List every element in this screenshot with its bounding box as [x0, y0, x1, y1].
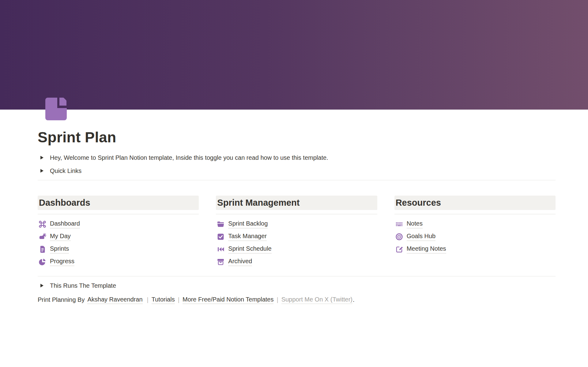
page-link-sprint-backlog[interactable]: Sprint Backlog	[216, 218, 377, 230]
column-header-resources: Resources	[394, 196, 556, 210]
column-resources: Resources Notes	[394, 196, 556, 268]
column-list: Dashboard	[38, 218, 199, 268]
page-link-label: Notes	[407, 220, 423, 228]
footer-credits: Print Planning By Akshay Raveendran | Tu…	[38, 294, 556, 306]
footer-link-twitter[interactable]: Support Me On X (Twitter)	[281, 296, 352, 304]
page-link-label: Sprint Backlog	[228, 220, 268, 228]
footer-link-author[interactable]: Akshay Raveendran	[87, 296, 142, 304]
page-link-my-day[interactable]: My Day	[38, 230, 199, 243]
toggle-runs-template-label: This Runs The Template	[50, 282, 116, 290]
toggle-triangle-icon[interactable]	[40, 156, 43, 159]
keyboard-icon	[395, 220, 403, 228]
page-link-sprint-schedule[interactable]: Sprint Schedule	[216, 243, 377, 256]
archive-box-icon	[217, 258, 225, 266]
link-columns: Dashboards Dashboard	[38, 196, 556, 268]
page-link-goals-hub[interactable]: Goals Hub	[394, 230, 556, 243]
page-link-meeting-notes[interactable]: Meeting Notes	[394, 243, 556, 256]
page-link-label: My Day	[50, 232, 71, 241]
cover-image	[0, 0, 588, 110]
footer-separator: |	[178, 296, 179, 303]
toggle-quick-links[interactable]: Quick Links	[38, 164, 556, 178]
divider	[216, 214, 377, 214]
compose-icon	[395, 245, 403, 253]
page-link-dashboard[interactable]: Dashboard	[38, 218, 199, 230]
toggle-welcome-label: Hey, Welcome to Sprint Plan Notion templ…	[50, 154, 328, 162]
page-link-notes[interactable]: Notes	[394, 218, 556, 230]
footer-link-templates[interactable]: More Free/Paid Notion Templates	[183, 296, 274, 304]
page-link-sprints[interactable]: Sprints	[38, 243, 199, 256]
page-icon[interactable]	[44, 97, 68, 121]
column-header-sprint-management: Sprint Management	[216, 196, 377, 210]
toggle-quick-links-label: Quick Links	[50, 167, 81, 175]
toggle-runs-template[interactable]: This Runs The Template	[38, 279, 556, 292]
page-link-archived[interactable]: Archived	[216, 256, 377, 268]
divider	[38, 180, 556, 180]
footer-separator: |	[147, 296, 149, 303]
divider	[38, 214, 199, 214]
footer-suffix: .	[353, 296, 355, 303]
divider	[394, 214, 556, 214]
document-icon	[38, 245, 47, 253]
sun-cloud-icon	[38, 233, 47, 241]
page-link-progress[interactable]: Progress	[38, 256, 199, 268]
checkbox-icon	[217, 233, 225, 241]
toggle-triangle-icon[interactable]	[40, 284, 43, 287]
page-link-label: Sprints	[50, 245, 69, 253]
skip-back-icon	[217, 245, 225, 253]
document-page-icon	[44, 97, 68, 121]
folder-icon	[217, 220, 225, 228]
toggle-welcome[interactable]: Hey, Welcome to Sprint Plan Notion templ…	[38, 151, 556, 164]
page-link-label: Dashboard	[50, 220, 80, 228]
page-link-label: Archived	[228, 257, 252, 266]
page-link-label: Meeting Notes	[407, 245, 446, 253]
command-icon	[38, 220, 47, 228]
column-header-dashboards: Dashboards	[38, 196, 199, 210]
page-content: Sprint Plan Hey, Welcome to Sprint Plan …	[38, 110, 556, 306]
page-link-label: Sprint Schedule	[228, 245, 271, 253]
page-title: Sprint Plan	[38, 110, 556, 146]
toggle-triangle-icon[interactable]	[40, 169, 43, 173]
column-dashboards: Dashboards Dashboard	[38, 196, 199, 268]
column-sprint-management: Sprint Management Sprint Backlog	[216, 196, 377, 268]
target-icon	[395, 233, 403, 241]
column-list: Sprint Backlog Task Manager	[216, 218, 377, 268]
page-link-label: Task Manager	[228, 232, 267, 241]
page-link-label: Progress	[50, 257, 74, 266]
footer-prefix: Print Planning By	[38, 296, 85, 303]
page-link-task-manager[interactable]: Task Manager	[216, 230, 377, 243]
page-link-label: Goals Hub	[407, 232, 436, 241]
pie-chart-icon	[38, 258, 47, 266]
divider	[38, 276, 556, 276]
footer-link-tutorials[interactable]: Tutorials	[152, 296, 175, 304]
column-list: Notes Goals Hub	[394, 218, 556, 256]
footer-separator: |	[277, 296, 278, 303]
